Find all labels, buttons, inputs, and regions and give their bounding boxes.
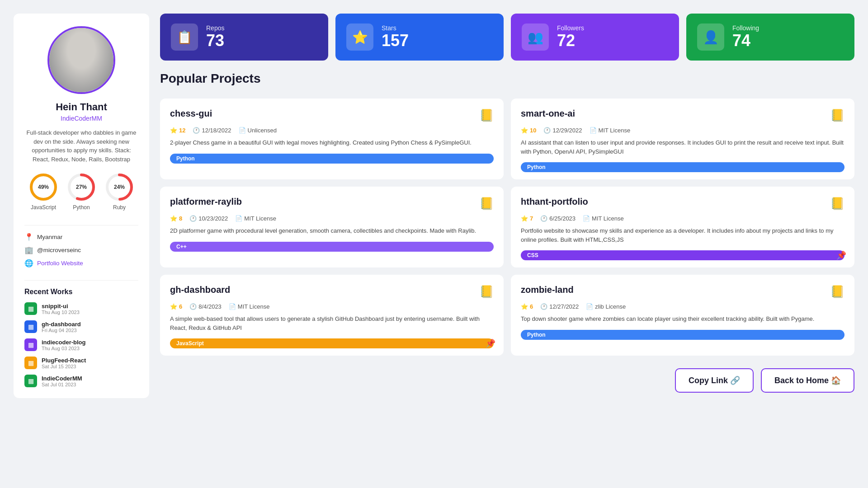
followers-value: 72 bbox=[557, 32, 584, 50]
location-text: Myanmar bbox=[37, 234, 62, 240]
project-card-smart-one-ai: smart-one-ai 📒 ⭐ 10 🕐 12/29/2022 📄 MIT L… bbox=[511, 99, 854, 179]
project-meta: ⭐ 7 🕐 6/25/2023 📄 MIT License bbox=[521, 215, 844, 222]
project-stars: ⭐ 10 bbox=[521, 127, 536, 134]
info-list: 📍 Myanmar 🏢 @microverseinc 🌐 Portfolio W… bbox=[24, 233, 138, 267]
list-item: ▦ PlugFeed-React Sat Jul 15 2023 bbox=[24, 357, 138, 369]
project-card-zombie-land: zombie-land 📒 ⭐ 6 🕐 12/27/2022 📄 zlib Li… bbox=[511, 275, 854, 356]
skill-circle-javascript: 49% bbox=[29, 173, 58, 202]
pin-icon: 📌 bbox=[486, 338, 495, 348]
projects-heading: Popular Projects bbox=[160, 71, 854, 86]
repos-info: Repos 73 bbox=[206, 24, 224, 50]
repo-icon: 📒 bbox=[479, 285, 494, 299]
lang-badge: CSS bbox=[521, 250, 844, 260]
stats-row: 📋 Repos 73 ⭐ Stars 157 👥 Followers 72 👤 … bbox=[160, 14, 854, 61]
repo-icon: 📒 bbox=[830, 108, 844, 122]
project-card-hthant-portfolio: hthant-portfolio 📒 ⭐ 7 🕐 6/25/2023 📄 MIT… bbox=[511, 187, 854, 267]
lang-badge: Python bbox=[521, 162, 844, 172]
list-item: ▦ indiecoder-blog Thu Aug 03 2023 bbox=[24, 338, 138, 351]
project-card-platformer-raylib: platformer-raylib 📒 ⭐ 8 🕐 10/23/2022 📄 M… bbox=[160, 187, 504, 267]
recent-icon-snippit: ▦ bbox=[24, 302, 37, 315]
bio: Full-stack developer who dabbles in game… bbox=[24, 128, 138, 164]
project-desc: 2-player Chess game in a beautiful GUI w… bbox=[170, 138, 494, 147]
repos-label: Repos bbox=[206, 24, 224, 32]
repo-icon: 📒 bbox=[479, 197, 494, 211]
org-text: @microverseinc bbox=[37, 247, 81, 253]
recent-date: Fri Aug 04 2023 bbox=[42, 328, 81, 333]
stars-label: Stars bbox=[382, 24, 409, 32]
repos-value: 73 bbox=[206, 32, 224, 50]
project-name: hthant-portfolio bbox=[521, 197, 588, 207]
project-name: gh-dashboard bbox=[170, 285, 230, 295]
project-meta: ⭐ 8 🕐 10/23/2022 📄 MIT License bbox=[170, 215, 494, 222]
project-stars: ⭐ 12 bbox=[170, 127, 185, 134]
lang-badge: C++ bbox=[170, 242, 494, 252]
divider bbox=[24, 225, 138, 225]
project-desc: 2D platformer game with procedural level… bbox=[170, 226, 494, 235]
project-desc: Portfolio website to showcase my skills … bbox=[521, 226, 844, 244]
skill-circle-python: 27% bbox=[67, 173, 96, 202]
divider2 bbox=[24, 280, 138, 281]
skill-pct-ruby: 24% bbox=[114, 184, 125, 190]
following-label: Following bbox=[732, 24, 759, 32]
recent-icon-indiecoder: ▦ bbox=[24, 375, 37, 387]
stars-info: Stars 157 bbox=[382, 24, 409, 50]
project-stars: ⭐ 6 bbox=[521, 303, 533, 310]
skill-pct-python: 27% bbox=[76, 184, 87, 190]
recent-date: Sat Jul 01 2023 bbox=[42, 382, 82, 387]
project-header: gh-dashboard 📒 bbox=[170, 285, 494, 299]
recent-name: gh-dashboard bbox=[42, 321, 81, 328]
project-desc: AI assistant that can listen to user inp… bbox=[521, 138, 844, 156]
list-item: ▦ snippit-ui Thu Aug 10 2023 bbox=[24, 302, 138, 315]
repo-icon: 📒 bbox=[830, 197, 844, 211]
list-item: ▦ gh-dashboard Fri Aug 04 2023 bbox=[24, 320, 138, 333]
project-header: platformer-raylib 📒 bbox=[170, 197, 494, 211]
recent-info-gh: gh-dashboard Fri Aug 04 2023 bbox=[42, 321, 81, 333]
location-icon: 📍 bbox=[24, 233, 33, 241]
project-date: 🕐 12/27/2022 bbox=[540, 303, 579, 310]
project-meta: ⭐ 12 🕐 12/18/2022 📄 Unlicensed bbox=[170, 127, 494, 134]
stat-card-followers[interactable]: 👥 Followers 72 bbox=[511, 14, 679, 61]
website-link[interactable]: Portfolio Website bbox=[37, 260, 83, 267]
recent-list: ▦ snippit-ui Thu Aug 10 2023 ▦ gh-dashbo… bbox=[24, 302, 138, 387]
followers-icon: 👥 bbox=[522, 23, 549, 51]
project-card-gh-dashboard: gh-dashboard 📒 ⭐ 6 🕐 8/4/2023 📄 MIT Lice… bbox=[160, 275, 504, 356]
skill-name-python: Python bbox=[73, 204, 90, 211]
skill-pct-javascript: 49% bbox=[38, 184, 49, 190]
project-date: 🕐 8/4/2023 bbox=[189, 303, 222, 310]
avatar bbox=[47, 26, 115, 94]
copy-link-button[interactable]: Copy Link 🔗 bbox=[675, 368, 754, 393]
followers-info: Followers 72 bbox=[557, 24, 584, 50]
following-value: 74 bbox=[732, 32, 759, 50]
stat-card-stars[interactable]: ⭐ Stars 157 bbox=[335, 14, 504, 61]
following-icon: 👤 bbox=[697, 23, 724, 51]
stat-card-following[interactable]: 👤 Following 74 bbox=[686, 14, 854, 61]
recent-icon-blog: ▦ bbox=[24, 338, 37, 351]
project-name: platformer-raylib bbox=[170, 197, 242, 207]
stat-card-repos[interactable]: 📋 Repos 73 bbox=[160, 14, 328, 61]
back-home-button[interactable]: Back to Home 🏠 bbox=[761, 368, 854, 393]
handle: IndieCoderMM bbox=[61, 115, 102, 122]
globe-icon: 🌐 bbox=[24, 259, 33, 267]
skill-python: 27% Python bbox=[67, 173, 96, 211]
repo-icon: 📒 bbox=[479, 108, 494, 122]
project-license: 📄 Unlicensed bbox=[239, 127, 277, 134]
project-card-chess-gui: chess-gui 📒 ⭐ 12 🕐 12/18/2022 📄 Unlicens… bbox=[160, 99, 504, 179]
skill-ruby: 24% Ruby bbox=[105, 173, 134, 211]
recent-icon-gh: ▦ bbox=[24, 320, 37, 333]
project-license: 📄 MIT License bbox=[583, 215, 624, 222]
location-item: 📍 Myanmar bbox=[24, 233, 138, 241]
project-date: 🕐 6/25/2023 bbox=[540, 215, 576, 222]
skill-name-ruby: Ruby bbox=[113, 204, 126, 211]
recent-info-plugfeed: PlugFeed-React Sat Jul 15 2023 bbox=[42, 357, 86, 369]
projects-grid: chess-gui 📒 ⭐ 12 🕐 12/18/2022 📄 Unlicens… bbox=[160, 99, 854, 356]
recent-name: indiecoder-blog bbox=[42, 339, 86, 346]
project-meta: ⭐ 10 🕐 12/29/2022 📄 MIT License bbox=[521, 127, 844, 134]
project-date: 🕐 12/18/2022 bbox=[193, 127, 231, 134]
footer-buttons: Copy Link 🔗 Back to Home 🏠 bbox=[160, 368, 854, 393]
skill-javascript: 49% JavaScript bbox=[29, 173, 58, 211]
recent-date: Thu Aug 10 2023 bbox=[42, 310, 80, 315]
project-header: chess-gui 📒 bbox=[170, 108, 494, 122]
repos-icon: 📋 bbox=[171, 23, 198, 51]
website-item[interactable]: 🌐 Portfolio Website bbox=[24, 259, 138, 267]
project-meta: ⭐ 6 🕐 8/4/2023 📄 MIT License bbox=[170, 303, 494, 310]
